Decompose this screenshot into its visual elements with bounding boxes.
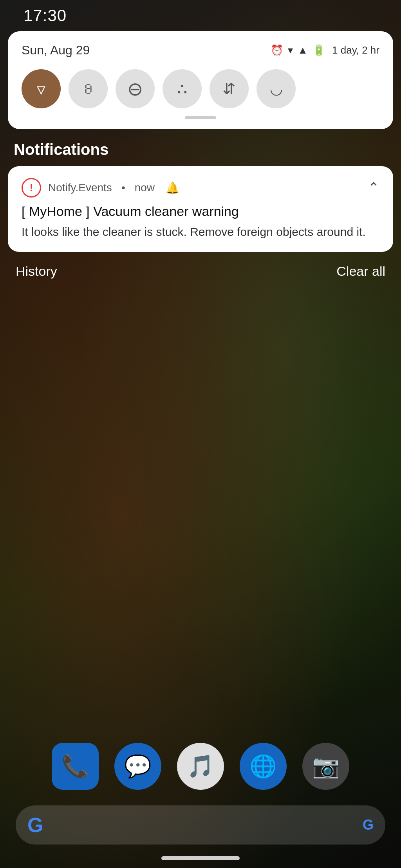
browser-icon: 🌐 [249, 753, 277, 779]
quick-settings-panel: Sun, Aug 29 ⏰ ▾ ▲ 🔋 1 day, 2 hr ▿ 𐐂 ⊖ ⛬ [8, 31, 393, 129]
toggle-bluetooth[interactable]: 𐐂 [69, 69, 108, 108]
toggle-flashlight[interactable]: ⛬ [163, 69, 202, 108]
dock-social-icon[interactable]: 💬 [114, 743, 161, 790]
toggle-autorotate[interactable]: ⇵ [210, 69, 249, 108]
notif-body: It looks like the cleaner is stuck. Remo… [22, 224, 379, 240]
notif-app-name: Notify.Events [48, 182, 112, 194]
hotspot-icon: ◡ [270, 80, 283, 97]
autorotate-icon: ⇵ [222, 80, 236, 98]
notification-card: ! Notify.Events • now 🔔 ⌃ [ MyHome ] Vac… [8, 166, 393, 252]
qs-date: Sun, Aug 29 [22, 43, 90, 58]
qs-toggles: ▿ 𐐂 ⊖ ⛬ ⇵ ◡ [22, 69, 379, 108]
nav-bar [161, 856, 240, 860]
toggle-dnd[interactable]: ⊖ [116, 69, 155, 108]
alarm-icon: ⏰ [271, 44, 283, 56]
notif-header: ! Notify.Events • now 🔔 ⌃ [22, 178, 379, 198]
notif-separator: • [121, 182, 125, 194]
notif-time: now [135, 182, 155, 194]
qs-header: Sun, Aug 29 ⏰ ▾ ▲ 🔋 1 day, 2 hr [22, 43, 379, 58]
bluetooth-icon: 𐐂 [84, 79, 92, 98]
signal-icon: ▲ [298, 44, 308, 56]
status-bar: 17:30 [0, 0, 401, 31]
phone-icon: 📞 [61, 753, 89, 779]
dock-camera-icon[interactable]: 📷 [302, 743, 349, 790]
notif-app-icon: ! [22, 178, 41, 198]
dock-browser-icon[interactable]: 🌐 [240, 743, 287, 790]
app-dock: 📞 💬 🎵 🌐 📷 [0, 743, 401, 790]
status-time: 17:30 [23, 6, 67, 25]
wifi-signal-icon: ▾ [288, 44, 293, 56]
google-logo-right: G [363, 817, 374, 833]
flashlight-icon: ⛬ [174, 79, 190, 98]
toggle-wifi[interactable]: ▿ [22, 69, 61, 108]
camera-icon: 📷 [312, 753, 340, 779]
notif-app-info: ! Notify.Events • now 🔔 [22, 178, 179, 198]
social-icon: 💬 [124, 753, 152, 779]
battery-icon: 🔋 [312, 44, 325, 56]
toggle-hotspot[interactable]: ◡ [256, 69, 296, 108]
qs-status-icons: ⏰ ▾ ▲ 🔋 1 day, 2 hr [271, 44, 379, 56]
notif-collapse-button[interactable]: ⌃ [368, 180, 379, 196]
history-button[interactable]: History [16, 264, 57, 279]
clear-all-button[interactable]: Clear all [336, 264, 385, 279]
notif-title: [ MyHome ] Vacuum cleaner warning [22, 204, 379, 219]
notification-actions-row: History Clear all [0, 252, 401, 291]
notif-bell-icon: 🔔 [166, 182, 179, 194]
wifi-icon: ▿ [37, 79, 45, 99]
dnd-icon: ⊖ [127, 78, 143, 100]
qs-drag-handle [185, 116, 216, 119]
search-bar[interactable]: G G [16, 805, 385, 845]
google-logo: G [27, 813, 43, 837]
dock-phone-icon[interactable]: 📞 [52, 743, 99, 790]
music-icon: 🎵 [187, 753, 214, 779]
battery-text: 1 day, 2 hr [332, 44, 379, 56]
notifications-section-label: Notifications [0, 129, 401, 166]
dock-music-icon[interactable]: 🎵 [177, 743, 224, 790]
